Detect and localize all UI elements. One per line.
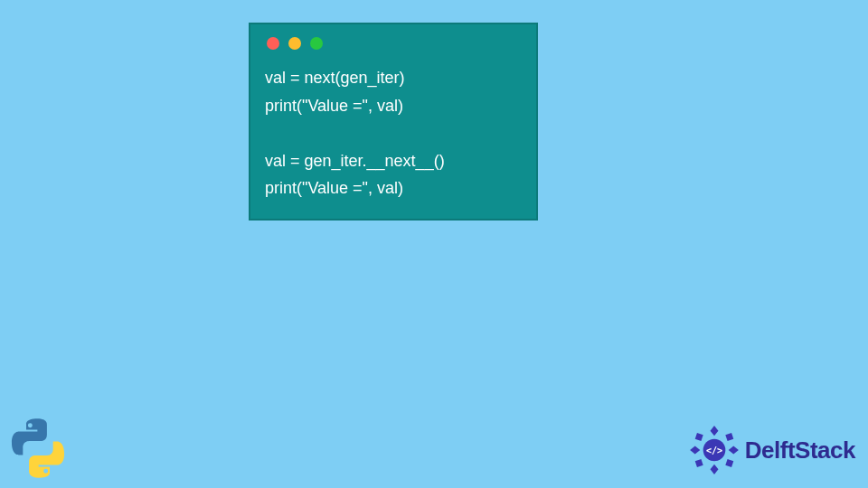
delftstack-brand: </> DelftStack: [689, 425, 855, 475]
delftstack-badge-icon: </>: [689, 425, 740, 475]
code-line: val = gen_iter.__next__(): [265, 152, 445, 170]
svg-marker-4: [695, 433, 703, 441]
code-line: val = next(gen_iter): [265, 69, 405, 87]
maximize-icon: [310, 37, 323, 50]
code-block: val = next(gen_iter) print("Value =", va…: [265, 64, 522, 202]
brand-name: DelftStack: [745, 436, 855, 465]
badge-code-icon: </>: [706, 446, 722, 455]
svg-marker-1: [710, 465, 718, 474]
code-line: print("Value =", val): [265, 97, 403, 115]
svg-marker-2: [690, 446, 700, 455]
svg-marker-7: [725, 459, 733, 467]
svg-marker-0: [710, 426, 718, 436]
svg-marker-3: [729, 446, 739, 455]
minimize-icon: [288, 37, 301, 50]
python-logo-icon: [7, 418, 69, 479]
close-icon: [267, 37, 279, 50]
code-line: print("Value =", val): [265, 179, 403, 197]
svg-marker-5: [725, 433, 733, 441]
code-window: val = next(gen_iter) print("Value =", va…: [249, 23, 538, 221]
window-traffic-lights: [265, 37, 522, 50]
svg-marker-6: [695, 459, 703, 467]
